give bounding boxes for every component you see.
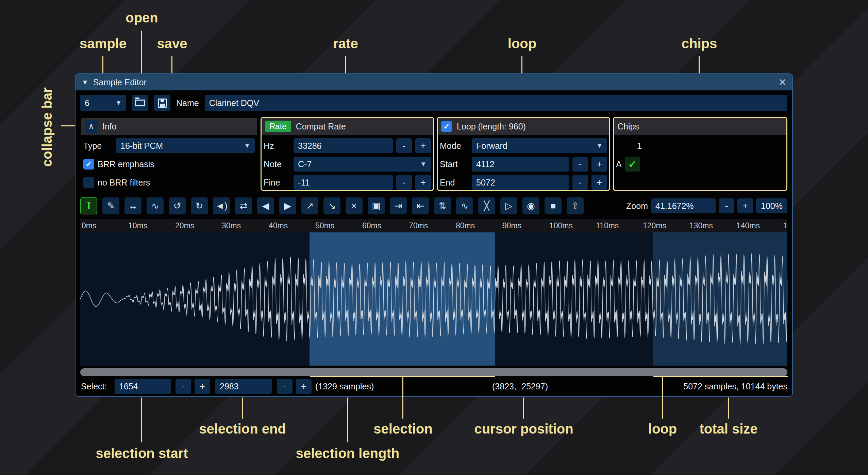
zoom-input[interactable]: 41.1672% (651, 198, 716, 213)
loop-mode-dropdown[interactable]: Forward ▼ (472, 138, 607, 153)
loop-start-plus-button[interactable]: + (591, 157, 607, 172)
play-position-icon[interactable]: ◉ (522, 197, 539, 214)
collapse-bar-button[interactable]: ∧ (85, 120, 98, 133)
undo-icon[interactable]: ↺ (169, 197, 186, 214)
fade-in-icon[interactable]: ↗ (301, 197, 318, 214)
crossfade-icon[interactable]: ╳ (478, 197, 495, 214)
stop-icon[interactable]: ■ (545, 197, 562, 214)
chip-number: 1 (637, 141, 642, 151)
annotation-line-selection (402, 376, 403, 419)
chevron-down-icon: ▼ (115, 99, 122, 107)
loop-checkbox[interactable]: ✓ (441, 121, 452, 132)
chips-header: Chips (614, 118, 786, 135)
loop-start-row: Start 4112 - + (438, 157, 609, 172)
amplify-icon[interactable]: ◄) (213, 197, 230, 214)
hz-input[interactable]: 33286 (294, 138, 393, 153)
loop-end-input[interactable]: 5072 (472, 175, 569, 190)
fine-plus-button[interactable]: + (415, 175, 431, 190)
brr-emphasis-checkbox[interactable]: ✓ (83, 159, 94, 170)
insert-icon[interactable]: ⇥ (390, 197, 407, 214)
stretch-icon[interactable]: ⇅ (434, 197, 451, 214)
silence-icon[interactable]: × (346, 197, 363, 214)
fine-input[interactable]: -11 (294, 175, 393, 190)
ruler-tick: 130ms (689, 221, 713, 230)
loop-start-minus-button[interactable]: - (572, 157, 588, 172)
chip-enable-checkbox[interactable]: ✓ (625, 157, 640, 172)
reverse-icon[interactable]: ◀ (257, 197, 274, 214)
rate-header: Rate Compat Rate (262, 118, 433, 135)
annotation-selection-end: selection end (199, 421, 286, 437)
selection-start-plus-button[interactable]: + (195, 379, 210, 394)
hz-row: Hz 33286 - + (262, 138, 433, 153)
time-ruler[interactable]: 0ms 10ms 20ms 30ms 40ms 50ms 60ms 70ms 8… (80, 219, 787, 232)
trim-icon[interactable]: ▣ (368, 197, 385, 214)
redo-icon[interactable]: ↻ (191, 197, 208, 214)
sample-selector[interactable]: 6 ▼ (80, 95, 126, 111)
preview-icon[interactable]: ▷ (500, 197, 517, 214)
resize-icon[interactable]: ↔ (124, 197, 141, 214)
chip-enable-row: A ✓ (614, 157, 786, 172)
fine-minus-button[interactable]: - (396, 175, 412, 190)
type-label: Type (83, 141, 113, 151)
fine-row: Fine -11 - + (262, 175, 433, 190)
export-icon[interactable]: ⇧ (567, 197, 584, 214)
hz-plus-button[interactable]: + (415, 138, 431, 153)
push-back-icon[interactable]: ⇤ (412, 197, 429, 214)
scrollbar-thumb[interactable] (80, 368, 787, 376)
invert-icon[interactable]: ▶ (279, 197, 296, 214)
ruler-tick: 40ms (269, 221, 288, 230)
ruler-tick: 70ms (409, 221, 428, 230)
chevron-down-icon: ▼ (596, 142, 603, 149)
type-row: Type 16-bit PCM ▼ (81, 138, 257, 153)
zoom-plus-button[interactable]: + (737, 198, 753, 213)
selection-end-minus-button[interactable]: - (277, 379, 293, 394)
note-value: C-7 (298, 159, 312, 169)
ruler-tick: 90ms (502, 221, 521, 230)
check-icon: ✓ (443, 122, 450, 131)
fine-label: Fine (264, 178, 290, 188)
ibeam-select-icon[interactable]: I (80, 197, 97, 214)
ruler-tick: 140ms (736, 221, 760, 230)
normalize-icon[interactable]: ⇄ (235, 197, 252, 214)
no-brr-filters-checkbox[interactable] (83, 177, 94, 188)
type-dropdown[interactable]: 16-bit PCM ▼ (116, 138, 255, 153)
status-bar: Select: 1654 - + 2983 - + (1329 samples)… (80, 379, 787, 395)
waveform-view[interactable] (80, 232, 787, 366)
brr-emphasis-label: BRR emphasis (98, 159, 154, 169)
hz-label: Hz (264, 141, 290, 151)
horizontal-scrollbar[interactable] (80, 368, 787, 376)
selection-end-input[interactable]: 2983 (215, 379, 272, 394)
annotation-collapse-bar: collapse bar (39, 87, 55, 166)
pencil-draw-icon[interactable]: ✎ (102, 197, 119, 214)
selection-start-input[interactable]: 1654 (115, 379, 171, 394)
brr-emphasis-row: ✓ BRR emphasis (81, 157, 257, 172)
rate-header-label: Compat Rate (296, 122, 346, 131)
zoom-minus-button[interactable]: - (719, 198, 734, 213)
select-label: Select: (81, 379, 107, 394)
loop-mode-label: Mode (440, 141, 468, 151)
selection-end-plus-button[interactable]: + (296, 379, 312, 394)
collapse-window-icon[interactable]: ▼ (82, 78, 88, 86)
selection-start-minus-button[interactable]: - (176, 379, 191, 394)
toolbar: I ✎ ↔ ∿ ↺ ↻ ◄) ⇄ ◀ ▶ ↗ ↘ × ▣ ⇥ ⇤ ⇅ ∿ ╳ ▷… (80, 197, 787, 215)
close-icon[interactable]: × (779, 76, 786, 88)
no-brr-filters-label: no BRR filters (98, 178, 150, 188)
resample-icon[interactable]: ∿ (147, 197, 164, 214)
ruler-tick: 80ms (456, 221, 475, 230)
save-button[interactable] (154, 95, 170, 111)
open-button[interactable] (132, 95, 148, 111)
fade-out-icon[interactable]: ↘ (323, 197, 340, 214)
hz-minus-button[interactable]: - (396, 138, 412, 153)
ruler-tick: 100ms (549, 221, 573, 230)
note-dropdown[interactable]: C-7 ▼ (294, 157, 431, 172)
annotation-line-total-size (728, 398, 729, 419)
loop-start-input[interactable]: 4112 (472, 157, 569, 172)
name-input[interactable]: Clarinet DQV (205, 95, 787, 111)
titlebar[interactable]: ▼ Sample Editor × (76, 74, 792, 90)
info-header: ∧ Info (81, 118, 257, 135)
zoom-reset-button[interactable]: 100% (756, 198, 787, 213)
filter-icon[interactable]: ∿ (456, 197, 473, 214)
loop-end-plus-button[interactable]: + (591, 175, 607, 190)
folder-icon (135, 100, 145, 106)
loop-end-minus-button[interactable]: - (572, 175, 588, 190)
